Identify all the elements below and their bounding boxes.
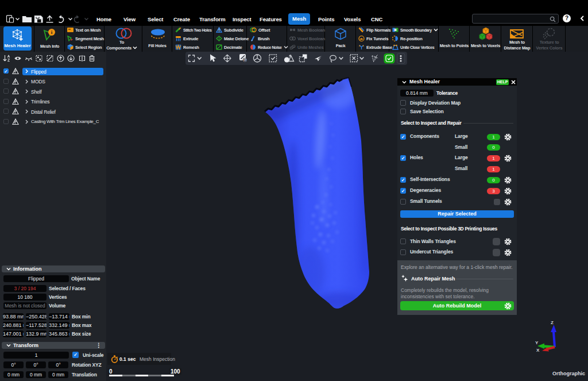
svg-text:Z: Z [551,320,554,325]
svg-text:⚙: ⚙ [243,59,246,62]
svg-text:X: X [536,348,540,353]
svg-text:Y: Y [535,340,539,345]
